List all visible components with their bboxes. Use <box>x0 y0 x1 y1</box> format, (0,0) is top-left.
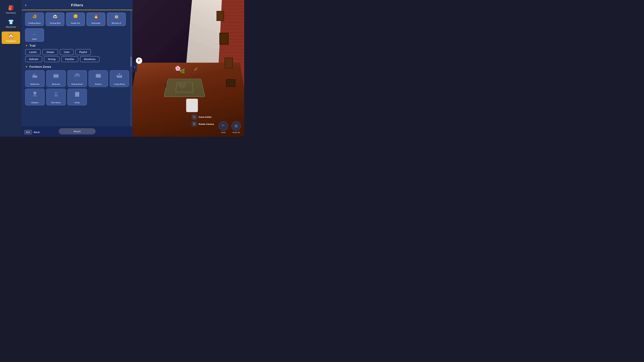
trait-simple-button[interactable]: Simple <box>42 49 58 55</box>
big-hero-6-icon: 🤖 <box>114 14 119 18</box>
zoom-icon <box>192 114 197 120</box>
sidebar-item-inventory-label: Inventory <box>6 11 16 14</box>
undo-all-circle-icon <box>232 121 241 131</box>
sidebar-item-wardrobe-label: Wardrobe <box>6 26 16 28</box>
svg-point-35 <box>55 95 56 96</box>
rotate-control: Rotate Camera <box>192 121 214 127</box>
svg-rect-8 <box>54 75 56 76</box>
undo-all-button[interactable]: Undo All <box>232 121 241 133</box>
elemental-icon: 🔥 <box>94 14 98 18</box>
study-label: Study <box>75 102 80 104</box>
filter-back-button[interactable]: ‹ <box>25 3 26 7</box>
other-wrap: ··· Other <box>25 28 44 42</box>
zone-outdoor[interactable]: Outdoor <box>25 89 44 105</box>
undo-circle-icon <box>219 121 228 131</box>
sidebar-item-furniture[interactable]: 🏠 Furniture <box>2 31 20 44</box>
series-card-other[interactable]: ··· Other <box>25 28 44 42</box>
nav-arrow-left-button[interactable]: ‹ <box>132 61 137 72</box>
undo-button[interactable]: Undo <box>219 121 228 133</box>
sidebar: 🎒 Inventory 👕 Wardrobe 🏠 Furniture <box>0 0 22 137</box>
scroll-track <box>130 10 132 127</box>
svg-point-31 <box>33 91 36 94</box>
zone-bathroom[interactable]: Bathroom <box>25 70 44 87</box>
svg-rect-17 <box>96 75 101 78</box>
svg-rect-27 <box>118 73 120 75</box>
trait-strong-button[interactable]: Strong <box>44 56 60 62</box>
living-room-label: Living Room <box>114 83 125 85</box>
svg-point-47 <box>178 83 181 85</box>
rug-design <box>176 82 193 92</box>
wardrobe-icon: 👕 <box>8 19 14 25</box>
rec-room-icon <box>53 91 59 98</box>
trait-row-2: Delicate Strong Familiar Wondrous <box>25 56 129 62</box>
trait-chevron-icon: ▼ <box>25 44 28 47</box>
svg-rect-15 <box>76 73 78 75</box>
trait-wondrous-button[interactable]: Wondrous <box>80 56 100 62</box>
series-card-finding-nemo[interactable]: 🐠 Finding Nemo <box>25 12 44 26</box>
other-dots-icon: ··· <box>32 32 36 37</box>
svg-point-3 <box>34 73 35 74</box>
bathroom-icon <box>32 72 38 80</box>
zone-rec-room[interactable]: Rec Room <box>46 89 66 105</box>
zone-study[interactable]: Study <box>68 89 87 105</box>
furniture-icon: 🏠 <box>8 33 14 39</box>
svg-rect-34 <box>33 95 37 96</box>
f-badge-letter: F <box>138 59 140 62</box>
floor-rug <box>164 79 205 97</box>
inside-out-label: Inside Out <box>71 22 80 24</box>
big-hero-6-label: Big Hero 6 <box>112 22 121 24</box>
scroll-thumb[interactable] <box>130 57 132 67</box>
series-card-elemental[interactable]: 🔥 Elemental <box>86 12 105 26</box>
undo-all-label: Undo All <box>232 131 240 133</box>
trait-section-header[interactable]: ▼ Trait <box>25 44 129 47</box>
wall-frame-2 <box>219 33 228 44</box>
zones-chevron-icon: ▼ <box>25 65 28 68</box>
filter-header: ‹ Filters <box>22 0 132 10</box>
trait-playful-button[interactable]: Playful <box>75 49 91 55</box>
svg-point-52 <box>194 123 194 124</box>
esc-key[interactable]: Esc <box>24 130 32 134</box>
zone-dining-room[interactable]: Dining Room <box>68 70 87 87</box>
series-card-inside-out[interactable]: 😊 Inside Out <box>66 12 85 26</box>
turning-red-label: Turning Red <box>50 22 60 24</box>
zone-bedroom[interactable]: Bedroom <box>46 70 66 87</box>
rec-room-label: Rec Room <box>52 102 60 104</box>
bathroom-label: Bathroom <box>30 83 39 85</box>
svg-point-48 <box>184 83 187 85</box>
sidebar-item-inventory[interactable]: 🎒 Inventory <box>2 3 20 16</box>
rotate-icon <box>192 121 197 127</box>
outdoor-icon <box>32 91 38 98</box>
trait-lavish-button[interactable]: Lavish <box>25 49 40 55</box>
trait-familiar-button[interactable]: Familiar <box>61 56 78 62</box>
trait-delicate-button[interactable]: Delicate <box>25 56 42 62</box>
zones-section-header[interactable]: ▼ Furniture Zones <box>25 65 129 68</box>
controls-overlay: Zoom In/Out Rotate Camera <box>192 114 214 127</box>
trait-calm-button[interactable]: Calm <box>60 49 74 55</box>
reset-button[interactable]: Reset <box>59 128 96 134</box>
svg-point-36 <box>56 95 58 96</box>
kitchen-label: Kitchen <box>95 83 102 85</box>
wall-frame-3 <box>224 57 233 68</box>
bedroom-icon <box>53 72 59 80</box>
study-icon <box>74 91 80 98</box>
filter-panel: ‹ Filters 🐠 Finding Nemo 🐼 Turning Red 😊… <box>22 0 132 137</box>
esc-back-area: Esc Back <box>24 130 40 134</box>
dining-room-label: Dining Room <box>72 83 83 85</box>
inside-out-icon: 😊 <box>73 14 78 18</box>
carrot-item: 🥕 <box>194 67 198 71</box>
svg-rect-9 <box>56 75 58 76</box>
zones-grid: Bathroom Bedroom <box>25 70 129 105</box>
filter-content: 🐠 Finding Nemo 🐼 Turning Red 😊 Inside Ou… <box>22 10 132 126</box>
game-background: 🌸 🌿 🕯 🥕 F ‹ <box>132 0 244 137</box>
series-grid: 🐠 Finding Nemo 🐼 Turning Red 😊 Inside Ou… <box>25 10 129 28</box>
sidebar-item-wardrobe[interactable]: 👕 Wardrobe <box>2 17 20 30</box>
zone-living-room[interactable]: Living Room <box>110 70 129 87</box>
series-card-turning-red[interactable]: 🐼 Turning Red <box>46 12 64 26</box>
kitchen-icon <box>95 72 101 80</box>
zone-kitchen[interactable]: Kitchen <box>88 70 108 87</box>
finding-nemo-icon: 🐠 <box>32 14 37 18</box>
series-card-big-hero-6[interactable]: 🤖 Big Hero 6 <box>107 12 126 26</box>
decorative-plant: 🌿 <box>180 68 185 74</box>
wall-frame-1 <box>216 11 224 21</box>
back-label: Back <box>34 131 40 134</box>
